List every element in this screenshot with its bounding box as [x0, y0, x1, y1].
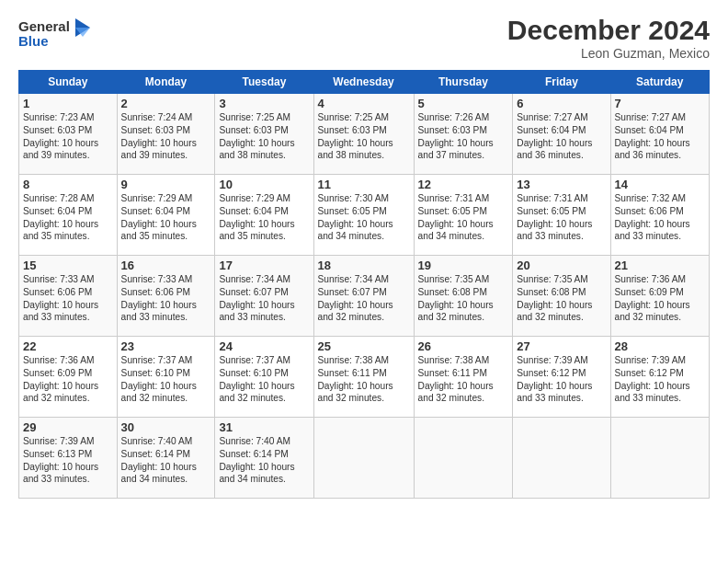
- day-number: 24: [219, 339, 309, 353]
- calendar-cell: 29Sunrise: 7:39 AM Sunset: 6:13 PM Dayli…: [19, 418, 118, 499]
- calendar-week-row: 22Sunrise: 7:36 AM Sunset: 6:09 PM Dayli…: [19, 337, 710, 418]
- svg-text:General: General: [18, 18, 70, 34]
- day-info: Sunrise: 7:27 AM Sunset: 6:04 PM Dayligh…: [615, 111, 706, 162]
- day-info: Sunrise: 7:25 AM Sunset: 6:03 PM Dayligh…: [219, 111, 309, 162]
- day-number: 1: [23, 97, 113, 110]
- calendar-cell: 19Sunrise: 7:35 AM Sunset: 6:08 PM Dayli…: [414, 256, 513, 337]
- day-info: Sunrise: 7:30 AM Sunset: 6:05 PM Dayligh…: [318, 192, 410, 243]
- calendar-cell: 23Sunrise: 7:37 AM Sunset: 6:10 PM Dayli…: [117, 337, 215, 418]
- calendar-cell: 13Sunrise: 7:31 AM Sunset: 6:05 PM Dayli…: [513, 175, 610, 256]
- calendar-cell: [513, 418, 610, 499]
- day-number: 7: [615, 97, 706, 110]
- calendar-cell: 26Sunrise: 7:38 AM Sunset: 6:11 PM Dayli…: [414, 337, 513, 418]
- day-info: Sunrise: 7:29 AM Sunset: 6:04 PM Dayligh…: [219, 192, 309, 243]
- day-info: Sunrise: 7:31 AM Sunset: 6:05 PM Dayligh…: [517, 192, 606, 243]
- day-number: 5: [418, 97, 509, 110]
- calendar-cell: [313, 418, 414, 499]
- day-info: Sunrise: 7:36 AM Sunset: 6:09 PM Dayligh…: [615, 273, 706, 324]
- calendar-cell: 12Sunrise: 7:31 AM Sunset: 6:05 PM Dayli…: [414, 175, 513, 256]
- day-info: Sunrise: 7:26 AM Sunset: 6:03 PM Dayligh…: [418, 111, 509, 162]
- calendar-cell: 2Sunrise: 7:24 AM Sunset: 6:03 PM Daylig…: [117, 94, 215, 175]
- day-info: Sunrise: 7:25 AM Sunset: 6:03 PM Dayligh…: [318, 111, 410, 162]
- day-number: 30: [121, 420, 211, 434]
- day-number: 2: [121, 97, 211, 110]
- main-title: December 2024: [507, 15, 710, 46]
- day-number: 29: [23, 420, 113, 434]
- calendar-cell: 7Sunrise: 7:27 AM Sunset: 6:04 PM Daylig…: [610, 94, 710, 175]
- day-number: 14: [615, 178, 706, 191]
- calendar-cell: 15Sunrise: 7:33 AM Sunset: 6:06 PM Dayli…: [19, 256, 118, 337]
- day-number: 17: [219, 259, 309, 272]
- day-info: Sunrise: 7:35 AM Sunset: 6:08 PM Dayligh…: [517, 273, 606, 324]
- calendar-cell: 28Sunrise: 7:39 AM Sunset: 6:12 PM Dayli…: [610, 337, 710, 418]
- day-info: Sunrise: 7:27 AM Sunset: 6:04 PM Dayligh…: [517, 111, 606, 162]
- calendar-table: SundayMondayTuesdayWednesdayThursdayFrid…: [18, 70, 710, 499]
- calendar-week-row: 29Sunrise: 7:39 AM Sunset: 6:13 PM Dayli…: [19, 418, 710, 499]
- calendar-cell: 1Sunrise: 7:23 AM Sunset: 6:03 PM Daylig…: [19, 94, 118, 175]
- logo-area: General Blue: [18, 15, 92, 59]
- day-number: 22: [23, 339, 113, 353]
- day-number: 11: [318, 178, 410, 191]
- header: General Blue December 2024 Leon Guzman, …: [18, 15, 710, 61]
- calendar-cell: 16Sunrise: 7:33 AM Sunset: 6:06 PM Dayli…: [117, 256, 215, 337]
- calendar-cell: 6Sunrise: 7:27 AM Sunset: 6:04 PM Daylig…: [513, 94, 610, 175]
- day-info: Sunrise: 7:37 AM Sunset: 6:10 PM Dayligh…: [219, 354, 309, 405]
- day-header-thursday: Thursday: [414, 71, 513, 94]
- day-header-friday: Friday: [513, 71, 610, 94]
- day-number: 23: [121, 339, 211, 353]
- day-number: 28: [615, 339, 706, 353]
- calendar-header-row: SundayMondayTuesdayWednesdayThursdayFrid…: [19, 71, 710, 94]
- calendar-cell: 30Sunrise: 7:40 AM Sunset: 6:14 PM Dayli…: [117, 418, 215, 499]
- calendar-cell: [610, 418, 710, 499]
- day-info: Sunrise: 7:34 AM Sunset: 6:07 PM Dayligh…: [318, 273, 410, 324]
- day-number: 18: [318, 259, 410, 272]
- day-number: 20: [517, 259, 606, 272]
- day-info: Sunrise: 7:32 AM Sunset: 6:06 PM Dayligh…: [615, 192, 706, 243]
- logo-svg: General Blue: [18, 15, 92, 55]
- day-number: 16: [121, 259, 211, 272]
- day-header-monday: Monday: [117, 71, 215, 94]
- day-info: Sunrise: 7:39 AM Sunset: 6:12 PM Dayligh…: [615, 354, 706, 405]
- calendar-cell: 5Sunrise: 7:26 AM Sunset: 6:03 PM Daylig…: [414, 94, 513, 175]
- calendar-week-row: 15Sunrise: 7:33 AM Sunset: 6:06 PM Dayli…: [19, 256, 710, 337]
- day-info: Sunrise: 7:29 AM Sunset: 6:04 PM Dayligh…: [121, 192, 211, 243]
- day-number: 31: [219, 420, 309, 434]
- calendar-cell: 14Sunrise: 7:32 AM Sunset: 6:06 PM Dayli…: [610, 175, 710, 256]
- day-info: Sunrise: 7:39 AM Sunset: 6:13 PM Dayligh…: [23, 435, 113, 486]
- day-info: Sunrise: 7:31 AM Sunset: 6:05 PM Dayligh…: [418, 192, 509, 243]
- calendar-cell: 4Sunrise: 7:25 AM Sunset: 6:03 PM Daylig…: [313, 94, 414, 175]
- day-number: 25: [318, 339, 410, 353]
- day-header-saturday: Saturday: [610, 71, 710, 94]
- day-info: Sunrise: 7:38 AM Sunset: 6:11 PM Dayligh…: [418, 354, 509, 405]
- day-number: 9: [121, 178, 211, 191]
- day-info: Sunrise: 7:40 AM Sunset: 6:14 PM Dayligh…: [219, 435, 309, 486]
- day-number: 3: [219, 97, 309, 110]
- day-info: Sunrise: 7:35 AM Sunset: 6:08 PM Dayligh…: [418, 273, 509, 324]
- day-number: 12: [418, 178, 509, 191]
- calendar-cell: 11Sunrise: 7:30 AM Sunset: 6:05 PM Dayli…: [313, 175, 414, 256]
- calendar-cell: 10Sunrise: 7:29 AM Sunset: 6:04 PM Dayli…: [215, 175, 313, 256]
- day-info: Sunrise: 7:39 AM Sunset: 6:12 PM Dayligh…: [517, 354, 606, 405]
- day-info: Sunrise: 7:33 AM Sunset: 6:06 PM Dayligh…: [23, 273, 113, 324]
- day-number: 6: [517, 97, 606, 110]
- calendar-week-row: 1Sunrise: 7:23 AM Sunset: 6:03 PM Daylig…: [19, 94, 710, 175]
- day-number: 10: [219, 178, 309, 191]
- title-area: December 2024 Leon Guzman, Mexico: [507, 15, 710, 61]
- calendar-cell: 25Sunrise: 7:38 AM Sunset: 6:11 PM Dayli…: [313, 337, 414, 418]
- day-number: 13: [517, 178, 606, 191]
- calendar-week-row: 8Sunrise: 7:28 AM Sunset: 6:04 PM Daylig…: [19, 175, 710, 256]
- day-info: Sunrise: 7:34 AM Sunset: 6:07 PM Dayligh…: [219, 273, 309, 324]
- calendar-cell: 18Sunrise: 7:34 AM Sunset: 6:07 PM Dayli…: [313, 256, 414, 337]
- calendar-cell: 9Sunrise: 7:29 AM Sunset: 6:04 PM Daylig…: [117, 175, 215, 256]
- day-info: Sunrise: 7:28 AM Sunset: 6:04 PM Dayligh…: [23, 192, 113, 243]
- day-info: Sunrise: 7:36 AM Sunset: 6:09 PM Dayligh…: [23, 354, 113, 405]
- day-number: 21: [615, 259, 706, 272]
- calendar-cell: 22Sunrise: 7:36 AM Sunset: 6:09 PM Dayli…: [19, 337, 118, 418]
- subtitle: Leon Guzman, Mexico: [507, 46, 710, 61]
- day-number: 19: [418, 259, 509, 272]
- day-header-sunday: Sunday: [19, 71, 118, 94]
- calendar-cell: 3Sunrise: 7:25 AM Sunset: 6:03 PM Daylig…: [215, 94, 313, 175]
- day-number: 15: [23, 259, 113, 272]
- calendar-cell: 20Sunrise: 7:35 AM Sunset: 6:08 PM Dayli…: [513, 256, 610, 337]
- day-info: Sunrise: 7:24 AM Sunset: 6:03 PM Dayligh…: [121, 111, 211, 162]
